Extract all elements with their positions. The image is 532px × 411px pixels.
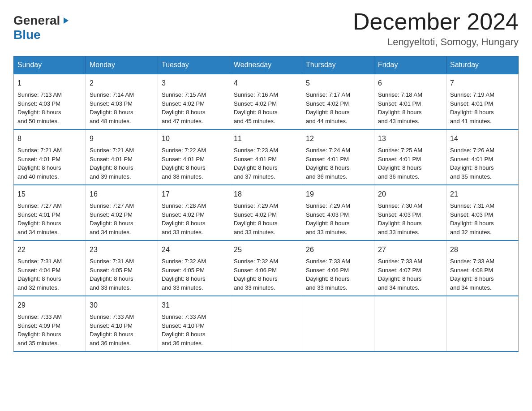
svg-marker-0 <box>64 17 69 24</box>
day-number: 23 <box>90 244 154 255</box>
day-cell-14: 14Sunrise: 7:26 AMSunset: 4:01 PMDayligh… <box>446 129 519 185</box>
logo-triangle-icon <box>61 17 69 26</box>
day-info: Sunrise: 7:16 AMSunset: 4:02 PMDaylight:… <box>234 90 298 125</box>
empty-cell <box>230 296 302 351</box>
day-number: 22 <box>17 244 82 255</box>
week-row-1: 1Sunrise: 7:13 AMSunset: 4:03 PMDaylight… <box>14 74 519 129</box>
logo: General Blue <box>13 13 69 42</box>
day-number: 30 <box>90 300 154 311</box>
day-number: 15 <box>17 189 82 200</box>
day-number: 21 <box>450 189 515 200</box>
day-cell-12: 12Sunrise: 7:24 AMSunset: 4:01 PMDayligh… <box>302 129 374 185</box>
day-number: 18 <box>234 189 298 200</box>
week-row-2: 8Sunrise: 7:21 AMSunset: 4:01 PMDaylight… <box>14 129 519 185</box>
day-number: 5 <box>306 78 370 89</box>
column-header-friday: Friday <box>374 56 446 74</box>
day-cell-26: 26Sunrise: 7:33 AMSunset: 4:06 PMDayligh… <box>302 240 374 296</box>
empty-cell <box>374 296 446 351</box>
day-info: Sunrise: 7:19 AMSunset: 4:01 PMDaylight:… <box>450 90 515 125</box>
day-number: 17 <box>162 189 226 200</box>
day-info: Sunrise: 7:18 AMSunset: 4:01 PMDaylight:… <box>378 90 442 125</box>
day-cell-6: 6Sunrise: 7:18 AMSunset: 4:01 PMDaylight… <box>374 74 446 129</box>
day-number: 28 <box>450 244 515 255</box>
day-info: Sunrise: 7:25 AMSunset: 4:01 PMDaylight:… <box>378 146 442 181</box>
day-cell-9: 9Sunrise: 7:21 AMSunset: 4:01 PMDaylight… <box>86 129 158 185</box>
day-cell-28: 28Sunrise: 7:33 AMSunset: 4:08 PMDayligh… <box>446 240 519 296</box>
day-number: 13 <box>378 133 442 144</box>
day-info: Sunrise: 7:17 AMSunset: 4:02 PMDaylight:… <box>306 90 370 125</box>
day-number: 7 <box>450 78 515 89</box>
day-info: Sunrise: 7:31 AMSunset: 4:05 PMDaylight:… <box>90 257 154 292</box>
day-number: 16 <box>90 189 154 200</box>
day-info: Sunrise: 7:32 AMSunset: 4:05 PMDaylight:… <box>162 257 226 292</box>
day-cell-2: 2Sunrise: 7:14 AMSunset: 4:03 PMDaylight… <box>86 74 158 129</box>
day-cell-15: 15Sunrise: 7:27 AMSunset: 4:01 PMDayligh… <box>14 185 86 240</box>
day-cell-21: 21Sunrise: 7:31 AMSunset: 4:03 PMDayligh… <box>446 185 519 240</box>
day-cell-11: 11Sunrise: 7:23 AMSunset: 4:01 PMDayligh… <box>230 129 302 185</box>
day-number: 20 <box>378 189 442 200</box>
day-cell-27: 27Sunrise: 7:33 AMSunset: 4:07 PMDayligh… <box>374 240 446 296</box>
day-cell-17: 17Sunrise: 7:28 AMSunset: 4:02 PMDayligh… <box>158 185 230 240</box>
day-number: 12 <box>306 133 370 144</box>
logo-general-text: General <box>13 13 60 28</box>
column-header-monday: Monday <box>86 56 158 74</box>
day-cell-25: 25Sunrise: 7:32 AMSunset: 4:06 PMDayligh… <box>230 240 302 296</box>
day-number: 14 <box>450 133 515 144</box>
day-number: 6 <box>378 78 442 89</box>
day-number: 19 <box>306 189 370 200</box>
month-title: December 2024 <box>353 9 519 34</box>
day-cell-10: 10Sunrise: 7:22 AMSunset: 4:01 PMDayligh… <box>158 129 230 185</box>
column-header-tuesday: Tuesday <box>158 56 230 74</box>
day-info: Sunrise: 7:29 AMSunset: 4:02 PMDaylight:… <box>234 201 298 236</box>
column-header-thursday: Thursday <box>302 56 374 74</box>
day-number: 29 <box>17 300 82 311</box>
location-subtitle: Lengyeltoti, Somogy, Hungary <box>353 36 519 48</box>
day-cell-16: 16Sunrise: 7:27 AMSunset: 4:02 PMDayligh… <box>86 185 158 240</box>
day-cell-30: 30Sunrise: 7:33 AMSunset: 4:10 PMDayligh… <box>86 296 158 351</box>
day-info: Sunrise: 7:31 AMSunset: 4:04 PMDaylight:… <box>17 257 82 292</box>
day-cell-3: 3Sunrise: 7:15 AMSunset: 4:02 PMDaylight… <box>158 74 230 129</box>
day-cell-8: 8Sunrise: 7:21 AMSunset: 4:01 PMDaylight… <box>14 129 86 185</box>
day-info: Sunrise: 7:33 AMSunset: 4:06 PMDaylight:… <box>306 257 370 292</box>
day-info: Sunrise: 7:28 AMSunset: 4:02 PMDaylight:… <box>162 201 226 236</box>
day-cell-18: 18Sunrise: 7:29 AMSunset: 4:02 PMDayligh… <box>230 185 302 240</box>
column-header-saturday: Saturday <box>446 56 519 74</box>
day-number: 1 <box>17 78 82 89</box>
day-cell-20: 20Sunrise: 7:30 AMSunset: 4:03 PMDayligh… <box>374 185 446 240</box>
day-number: 10 <box>162 133 226 144</box>
week-row-3: 15Sunrise: 7:27 AMSunset: 4:01 PMDayligh… <box>14 185 519 240</box>
day-info: Sunrise: 7:32 AMSunset: 4:06 PMDaylight:… <box>234 257 298 292</box>
day-info: Sunrise: 7:22 AMSunset: 4:01 PMDaylight:… <box>162 146 226 181</box>
day-info: Sunrise: 7:21 AMSunset: 4:01 PMDaylight:… <box>17 146 82 181</box>
week-row-4: 22Sunrise: 7:31 AMSunset: 4:04 PMDayligh… <box>14 240 519 296</box>
day-number: 3 <box>162 78 226 89</box>
day-number: 31 <box>162 300 226 311</box>
week-row-5: 29Sunrise: 7:33 AMSunset: 4:09 PMDayligh… <box>14 296 519 351</box>
day-cell-29: 29Sunrise: 7:33 AMSunset: 4:09 PMDayligh… <box>14 296 86 351</box>
day-number: 26 <box>306 244 370 255</box>
title-section: December 2024 Lengyeltoti, Somogy, Hunga… <box>353 9 519 48</box>
column-header-sunday: Sunday <box>14 56 86 74</box>
day-info: Sunrise: 7:24 AMSunset: 4:01 PMDaylight:… <box>306 146 370 181</box>
day-number: 25 <box>234 244 298 255</box>
day-cell-23: 23Sunrise: 7:31 AMSunset: 4:05 PMDayligh… <box>86 240 158 296</box>
day-number: 27 <box>378 244 442 255</box>
day-cell-19: 19Sunrise: 7:29 AMSunset: 4:03 PMDayligh… <box>302 185 374 240</box>
day-cell-7: 7Sunrise: 7:19 AMSunset: 4:01 PMDaylight… <box>446 74 519 129</box>
day-cell-31: 31Sunrise: 7:33 AMSunset: 4:10 PMDayligh… <box>158 296 230 351</box>
day-number: 24 <box>162 244 226 255</box>
day-info: Sunrise: 7:33 AMSunset: 4:09 PMDaylight:… <box>17 313 82 347</box>
day-info: Sunrise: 7:33 AMSunset: 4:10 PMDaylight:… <box>162 313 226 347</box>
column-header-wednesday: Wednesday <box>230 56 302 74</box>
day-number: 9 <box>90 133 154 144</box>
day-info: Sunrise: 7:15 AMSunset: 4:02 PMDaylight:… <box>162 90 226 125</box>
day-info: Sunrise: 7:33 AMSunset: 4:10 PMDaylight:… <box>90 313 154 347</box>
day-cell-22: 22Sunrise: 7:31 AMSunset: 4:04 PMDayligh… <box>14 240 86 296</box>
day-info: Sunrise: 7:30 AMSunset: 4:03 PMDaylight:… <box>378 201 442 236</box>
page-header: General Blue December 2024 Lengyeltoti, … <box>13 9 519 48</box>
day-info: Sunrise: 7:33 AMSunset: 4:08 PMDaylight:… <box>450 257 515 292</box>
day-info: Sunrise: 7:33 AMSunset: 4:07 PMDaylight:… <box>378 257 442 292</box>
day-number: 11 <box>234 133 298 144</box>
header-row: SundayMondayTuesdayWednesdayThursdayFrid… <box>14 56 519 74</box>
day-info: Sunrise: 7:23 AMSunset: 4:01 PMDaylight:… <box>234 146 298 181</box>
